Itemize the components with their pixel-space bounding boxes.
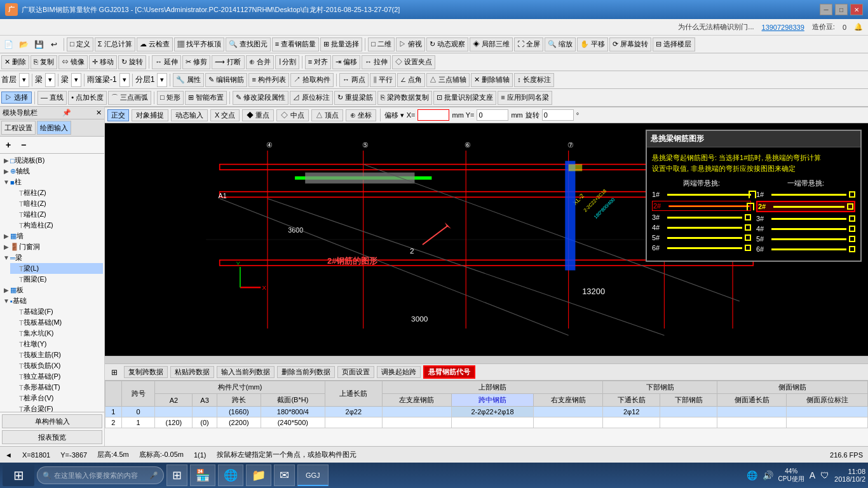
midpoint-snap-button[interactable]: ◆ 重点 (242, 109, 274, 121)
member-list-button[interactable]: ≡ 构件列表 (248, 73, 288, 87)
minimize-button[interactable]: ─ (820, 4, 832, 15)
open-button[interactable]: 📂 (17, 37, 31, 51)
scroll-left-icon[interactable]: ◄ (5, 451, 12, 459)
tree-item-construct-col[interactable]: T 构造柱(Z) (10, 220, 103, 231)
property-button[interactable]: 🔧 属性 (173, 73, 204, 87)
rotate-input[interactable] (542, 109, 574, 121)
stretch-button[interactable]: ↔ 拉伸 (362, 55, 391, 69)
align-button[interactable]: ≡ 对齐 (305, 55, 331, 69)
rebar-row-1-left[interactable]: 1# (652, 191, 751, 198)
tree-item-board[interactable]: ▶ □ 现浇板(B) (1, 155, 103, 166)
copy-span-button[interactable]: ⎘ 梁跨数据复制 (377, 91, 432, 105)
x-input[interactable] (417, 109, 449, 121)
element-dropdown[interactable]: ▾ (71, 73, 81, 87)
break-button[interactable]: ⟿ 打断 (212, 55, 244, 69)
vertex-snap-button[interactable]: △ 顶点 (311, 109, 343, 121)
mod-seg-button[interactable]: ✎ 修改梁段属性 (233, 91, 288, 105)
tree-item-pedestal[interactable]: T 柱墩(Y) (10, 339, 103, 349)
taskbar-app-store[interactable]: 🏪 (190, 464, 215, 486)
tree-item-wall[interactable]: ▶ ▦ 墙 (1, 231, 103, 241)
line-button[interactable]: — 直线 (37, 91, 67, 105)
data-table-scroll[interactable]: 跨号 构件尺寸(mm) 上通长筋 上部钢筋 下部钢筋 侧面钢筋 A2 A3 跨长 (105, 381, 868, 446)
tree-item-cap[interactable]: T 桩承台(V) (10, 393, 103, 403)
zoom-button[interactable]: 🔍 缩放 (545, 37, 576, 51)
plus-icon[interactable]: + (1, 138, 15, 152)
object-snap-button[interactable]: 对象捕捉 (132, 109, 168, 121)
paste-span-data-button[interactable]: 粘贴跨数据 (170, 366, 214, 378)
table-row[interactable]: 2 1 (120) (0) (2200) (240*500) (105, 417, 868, 428)
taskbar-app-mail[interactable]: ✉ (274, 464, 295, 486)
page-setup-button[interactable]: 页面设置 (337, 366, 374, 378)
dim-button[interactable]: ↕ 长度标注 (514, 73, 554, 87)
ime-icon[interactable]: A (810, 470, 815, 480)
close-button[interactable]: ✕ (850, 4, 863, 15)
intersection-button[interactable]: X 交点 (210, 109, 240, 121)
cantilever-rebar-button[interactable]: 悬臂钢筋代号 (423, 365, 475, 379)
canvas-hscroll[interactable] (105, 356, 868, 363)
batch-select-button[interactable]: ⊞ 批量选择 (320, 37, 362, 51)
tree-item-door-window[interactable]: ▶ 🚪 门窗洞 (1, 241, 103, 252)
calc-button[interactable]: Σ 汇总计算 (95, 37, 135, 51)
canvas-view[interactable]: ④ ⑤ ⑥ ⑦ ⑧ A A1 3000 13200 4500 3600 XL-2… (105, 123, 868, 356)
start-button[interactable]: ⊞ (3, 464, 34, 486)
view-rebar-button[interactable]: ≡ 查看钢筋量 (272, 37, 319, 51)
pick-member-button[interactable]: ↗ 拾取构件 (290, 73, 334, 87)
two-point-button[interactable]: ↔ 两点 (339, 73, 369, 87)
merge-button[interactable]: ⊕ 合并 (246, 55, 274, 69)
copy-span-data-button[interactable]: 复制跨数据 (124, 366, 168, 378)
tree-item-frame-col[interactable]: T 框柱(Z) (10, 187, 103, 198)
re-extract-button[interactable]: ↻ 重提梁筋 (334, 91, 376, 105)
tree-item-hidden-col[interactable]: T 暗柱(Z) (10, 198, 103, 209)
new-button[interactable]: 📄 (1, 37, 15, 51)
tree-item-pit[interactable]: T 集水坑(K) (10, 328, 103, 339)
delete-col-data-button[interactable]: 删除当前列数据 (277, 366, 335, 378)
screen-rotate-button[interactable]: ⟳ 屏幕旋转 (609, 37, 651, 51)
del-aux-button[interactable]: ✕ 删除辅轴 (471, 73, 513, 87)
report-preview-button[interactable]: 报表预览 (2, 430, 102, 444)
orthogonal-button[interactable]: 正交 (107, 109, 129, 121)
taskbar-app-ggjj[interactable]: GGJ (297, 464, 329, 486)
rebar-row-4-left[interactable]: 4# (652, 224, 751, 231)
define-button[interactable]: □ 定义 (67, 37, 93, 51)
tree-item-cap-beam[interactable]: T 承台梁(F) (10, 403, 103, 412)
element-type-dropdown[interactable]: ▾ (45, 73, 55, 87)
rebar-row-5-right[interactable]: 5# (756, 235, 855, 243)
sidebar-pin-icon[interactable]: 📌 (62, 109, 71, 117)
rebar-row-2-left[interactable]: 2# (652, 201, 751, 211)
tree-item-raft-neg[interactable]: T 筏板负筋(X) (10, 360, 103, 371)
sidebar-close-icon[interactable]: ✕ (96, 109, 102, 117)
tree-item-strip[interactable]: T 条形基础(T) (10, 382, 103, 393)
single-member-button[interactable]: 单构件输入 (2, 414, 102, 428)
rect-button[interactable]: □ 矩形 (157, 91, 184, 105)
tree-item-end-col[interactable]: T 端柱(Z) (10, 209, 103, 220)
2d-button[interactable]: □ 二维 (368, 37, 395, 51)
taskbar-search[interactable]: 🔍 在这里输入你要搜索的内容 🎤 (37, 466, 164, 484)
edit-rebar-button[interactable]: ✎ 编辑钢筋 (205, 73, 247, 87)
antivirus-icon[interactable]: 🛡 (820, 470, 829, 480)
apply-same-name-button[interactable]: ≡ 应用到同名梁 (498, 91, 552, 105)
swap-span-button[interactable]: 调换起始跨 (377, 366, 421, 378)
local-3d-button[interactable]: ◈ 局部三维 (470, 37, 513, 51)
tree-item-slab[interactable]: ▶ ▦ 板 (1, 285, 103, 295)
table-row[interactable]: 1 0 (1660) 180*800/4 2φ22 2-2φ22+2φ18 (105, 407, 868, 417)
coord-button[interactable]: ⊕ 坐标 (346, 109, 376, 121)
taskbar-app-explorer[interactable]: 📁 (246, 464, 271, 486)
move-button[interactable]: ✛ 移动 (89, 55, 117, 69)
tree-item-found-beam[interactable]: T 基础梁(F) (10, 306, 103, 317)
engineering-tab[interactable]: 工程设置 (1, 121, 36, 135)
smart-layout-button[interactable]: ⊞ 智能布置 (185, 91, 227, 105)
drawing-input-tab[interactable]: 绘图输入 (37, 121, 71, 135)
rebar-row-1-right[interactable]: 1# (756, 191, 855, 198)
rebar-row-3-left[interactable]: 3# (652, 214, 751, 221)
rebar-row-6-right[interactable]: 6# (756, 245, 855, 253)
mirror-button[interactable]: ⇔ 镜像 (58, 55, 88, 69)
delete-button[interactable]: ✕ 删除 (1, 55, 29, 69)
loc-note-button[interactable]: ⊿ 原位标注 (290, 91, 333, 105)
mic-icon[interactable]: 🎤 (149, 471, 158, 480)
fullscreen-button[interactable]: ⛶ 全屏 (514, 37, 543, 51)
rotate-button[interactable]: ↻ 旋转 (118, 55, 146, 69)
copy-button[interactable]: ⎘ 复制 (31, 55, 57, 69)
select-floor-button[interactable]: ⊟ 选择楼层 (653, 37, 695, 51)
save-button[interactable]: 💾 (32, 37, 46, 51)
maximize-button[interactable]: □ (835, 4, 848, 15)
